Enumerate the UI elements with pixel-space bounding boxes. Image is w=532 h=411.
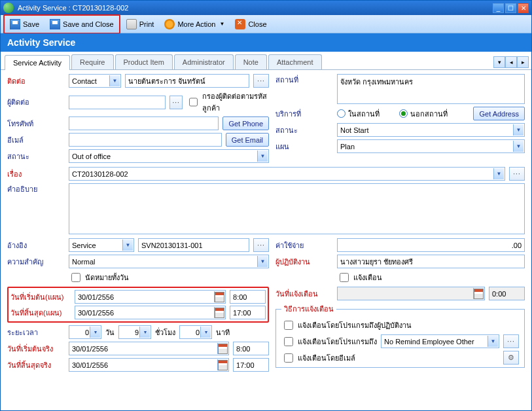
save-close-label: Save and Close <box>63 20 114 28</box>
chevron-down-icon[interactable]: ▼ <box>257 151 268 162</box>
location-field[interactable]: จังหวัด กรุงเทพมหานคร <box>337 74 525 104</box>
subject-combo[interactable]: CT20130128-002▼ <box>69 167 505 181</box>
cost-field[interactable] <box>337 238 525 252</box>
presence-status-combo[interactable]: Out of office▼ <box>69 149 269 163</box>
plan-start-time[interactable] <box>230 290 266 304</box>
tab-require[interactable]: Require <box>71 54 114 69</box>
email-field[interactable] <box>69 133 222 147</box>
remind-program-assignee-checkbox[interactable]: แจ้งเตือนโดยโปรแกรมถึงผู้ปฏิบัติงาน <box>281 319 412 332</box>
priority-combo[interactable]: Normal▼ <box>69 255 269 268</box>
tab-product-item[interactable]: Product Item <box>115 54 173 69</box>
get-address-button[interactable]: Get Address <box>473 107 525 120</box>
email-label: อีเมล์ <box>7 134 65 146</box>
phone-field[interactable] <box>69 116 219 130</box>
chevron-down-icon[interactable]: ▼ <box>493 168 504 179</box>
remind-date-label: วันที่แจ้งเตือน <box>275 288 333 300</box>
remind-to-lookup-button[interactable]: ··· <box>503 334 519 348</box>
window-title: Activity Service : CT20130128-002 <box>18 4 491 12</box>
remind-email-checkbox[interactable]: แจ้งเตือนโดยอีเมล์ <box>281 351 355 365</box>
calendar-icon[interactable] <box>214 291 224 302</box>
related-lookup-button[interactable]: ··· <box>169 96 183 109</box>
remind-program-to-combo[interactable]: No Remind Employee Other▼ <box>381 334 499 348</box>
save-close-button[interactable]: Save and Close <box>45 16 118 32</box>
actual-start-label: วันที่เริ่มต้นจริง <box>7 343 65 355</box>
more-action-button[interactable]: More Action ▼ <box>160 16 229 32</box>
duration-mins[interactable]: 0▾ <box>179 325 212 339</box>
calendar-icon[interactable] <box>217 359 228 370</box>
chevron-down-icon[interactable]: ▼ <box>109 75 120 86</box>
actual-start-time[interactable] <box>233 342 269 355</box>
print-button[interactable]: Print <box>122 16 159 32</box>
chevron-down-icon[interactable]: ▼ <box>513 141 523 152</box>
get-phone-button[interactable]: Get Phone <box>222 116 269 130</box>
save-button[interactable]: Save <box>5 16 44 32</box>
minimize-button[interactable]: _ <box>493 3 504 13</box>
description-field[interactable] <box>69 183 525 234</box>
tab-next-button[interactable]: ▸ <box>517 56 529 68</box>
remind-date-field[interactable] <box>337 287 485 300</box>
save-icon <box>10 19 20 29</box>
offsite-radio[interactable]: นอกสถานที่ <box>399 108 448 120</box>
tab-administrator[interactable]: Administrator <box>174 54 234 69</box>
subject-label: เรื่อง <box>7 168 65 180</box>
description-label: คำอธิบาย <box>7 183 65 195</box>
spin-icon[interactable]: ▾ <box>200 327 211 338</box>
ref-field[interactable] <box>138 238 249 252</box>
chevron-down-icon[interactable]: ▼ <box>513 124 523 135</box>
status-left-label: สถานะ <box>7 151 65 162</box>
print-icon <box>126 19 137 29</box>
plan-end-date[interactable]: 30/01/2556 <box>75 306 226 319</box>
actual-end-date[interactable]: 30/01/2556 <box>69 358 229 372</box>
duration-days[interactable]: 0▾ <box>69 325 101 339</box>
remind-checkbox[interactable]: แจ้งเตือน <box>337 271 382 284</box>
filter-customer-checkbox[interactable]: กรองผู้ติดต่อตามรหัสลูกค้า <box>186 90 269 114</box>
allday-checkbox[interactable]: นัดหมายทั้งวัน <box>69 271 129 284</box>
section-title: Activity Service <box>1 33 531 52</box>
tab-note[interactable]: Note <box>235 54 267 69</box>
contact-lookup-button[interactable]: ··· <box>253 74 269 88</box>
actual-start-date[interactable]: 30/01/2556 <box>69 342 229 355</box>
cost-label: ค่าใช้จ่าย <box>275 240 333 251</box>
subject-lookup-button[interactable]: ··· <box>509 167 525 181</box>
calendar-icon[interactable] <box>473 288 484 299</box>
activity-status-combo[interactable]: Not Start▼ <box>337 123 525 137</box>
plan-end-label: วันที่สิ้นสุด(แผน) <box>10 307 71 319</box>
plan-combo[interactable]: Plan▼ <box>337 139 525 153</box>
calendar-icon[interactable] <box>214 307 224 318</box>
onsite-radio[interactable]: ในสถานที่ <box>337 108 380 120</box>
tab-menu-button[interactable]: ▾ <box>493 56 505 68</box>
related-contact-field[interactable] <box>69 96 166 109</box>
remind-email-settings-button[interactable]: ⚙ <box>503 351 519 365</box>
maximize-button[interactable]: ☐ <box>505 3 516 13</box>
chevron-down-icon[interactable]: ▼ <box>122 240 133 251</box>
plan-start-label: วันที่เริ่มต้น(แผน) <box>10 291 71 303</box>
priority-label: ความสำคัญ <box>7 256 65 268</box>
spin-icon[interactable]: ▾ <box>90 327 100 338</box>
contact-name-field[interactable] <box>125 74 249 88</box>
assignee-field[interactable] <box>337 255 525 268</box>
tab-service-activity[interactable]: Service Activity <box>5 55 70 70</box>
plan-start-date[interactable]: 30/01/2556 <box>75 290 226 304</box>
duration-label: ระยะเวลา <box>7 327 65 338</box>
plan-end-time[interactable] <box>230 306 266 319</box>
phone-label: โทรศัพท์ <box>7 118 65 130</box>
get-email-button[interactable]: Get Email <box>226 133 269 147</box>
close-button[interactable]: Close <box>230 16 271 32</box>
contact-label: ติดต่อ <box>7 75 65 87</box>
chevron-down-icon[interactable]: ▼ <box>257 256 268 267</box>
close-window-button[interactable]: ✕ <box>518 3 529 13</box>
tab-attachment[interactable]: Attachment <box>268 54 322 69</box>
remind-time-field[interactable] <box>489 287 525 300</box>
calendar-icon[interactable] <box>217 343 228 354</box>
ref-type-combo[interactable]: Service▼ <box>69 238 134 252</box>
actual-end-time[interactable] <box>233 358 269 372</box>
spin-icon[interactable]: ▾ <box>139 327 150 338</box>
ref-lookup-button[interactable]: ··· <box>253 238 269 252</box>
contact-type-combo[interactable]: Contact▼ <box>69 74 121 88</box>
duration-hours[interactable]: 9▾ <box>118 325 151 339</box>
chevron-down-icon[interactable]: ▼ <box>488 336 498 347</box>
remind-program-to-checkbox[interactable]: แจ้งเตือนโดยโปรแกรมถึง <box>281 335 377 348</box>
tab-prev-button[interactable]: ◂ <box>505 56 517 68</box>
location-label: สถานที่ <box>275 74 333 86</box>
highlight-plan-dates: วันที่เริ่มต้น(แผน) 30/01/2556 วันที่สิ้… <box>7 287 269 323</box>
